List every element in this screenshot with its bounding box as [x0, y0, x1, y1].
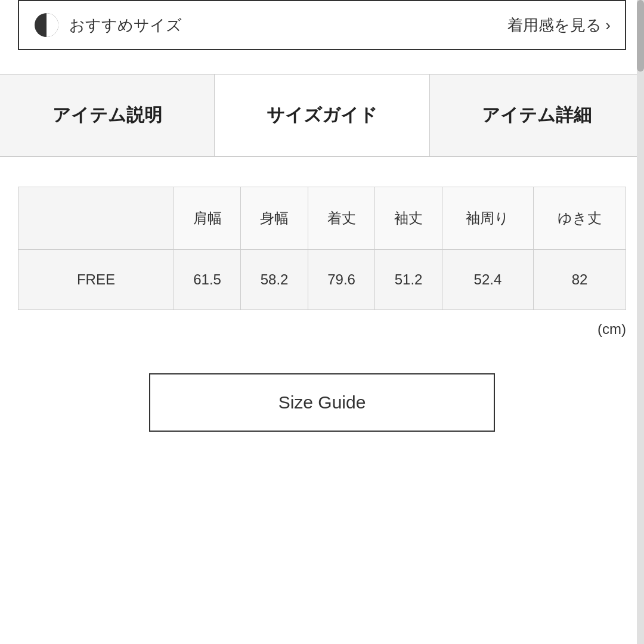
cell-sleeve-circ: 52.4	[442, 250, 533, 310]
header-shoulder: 肩幅	[174, 187, 240, 250]
size-table: 肩幅 身幅 着丈 袖丈 袖周り ゆき丈 FREE 61.5 58.2 79.6 …	[18, 187, 626, 310]
tab-item-description[interactable]: アイテム説明	[0, 75, 215, 156]
size-table-section: 肩幅 身幅 着丈 袖丈 袖周り ゆき丈 FREE 61.5 58.2 79.6 …	[18, 187, 626, 310]
header-length: 着丈	[308, 187, 374, 250]
size-guide-button[interactable]: Size Guide	[149, 373, 495, 432]
scrollbar-thumb[interactable]	[637, 0, 644, 72]
top-banner: おすすめサイズ 着用感を見る ›	[18, 0, 626, 50]
cell-shoulder: 61.5	[174, 250, 240, 310]
size-guide-button-wrapper: Size Guide	[18, 373, 626, 432]
cell-yuki: 82	[534, 250, 626, 310]
tab-item-item-detail[interactable]: アイテム詳細	[430, 75, 644, 156]
brand-logo-icon	[33, 12, 60, 38]
chevron-right-icon: ›	[605, 16, 611, 35]
header-sleeve-circumference: 袖周り	[442, 187, 533, 250]
tabs-container: アイテム説明 サイズガイド アイテム詳細	[0, 74, 644, 157]
view-fit-text: 着用感を見る	[507, 15, 602, 36]
header-size	[18, 187, 174, 250]
recommend-size-label: おすすめサイズ	[69, 15, 182, 36]
cell-size-free: FREE	[18, 250, 174, 310]
table-header-row: 肩幅 身幅 着丈 袖丈 袖周り ゆき丈	[18, 187, 626, 250]
cell-sleeve: 51.2	[375, 250, 442, 310]
header-yuki: ゆき丈	[534, 187, 626, 250]
header-sleeve: 袖丈	[375, 187, 442, 250]
table-row: FREE 61.5 58.2 79.6 51.2 52.4 82	[18, 250, 626, 310]
top-left-area: おすすめサイズ	[33, 12, 182, 38]
view-fit-link[interactable]: 着用感を見る ›	[507, 15, 611, 36]
unit-label: (cm)	[0, 310, 644, 338]
header-body-width: 身幅	[241, 187, 308, 250]
scrollbar-track	[637, 0, 644, 644]
tab-item-size-guide[interactable]: サイズガイド	[215, 75, 429, 156]
cell-length: 79.6	[308, 250, 374, 310]
cell-body-width: 58.2	[241, 250, 308, 310]
